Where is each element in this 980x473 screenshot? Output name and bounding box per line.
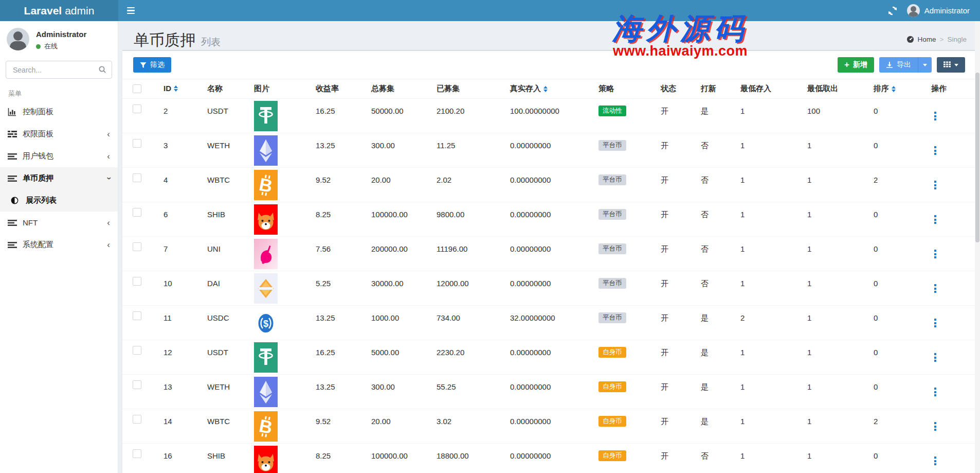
row-actions-button[interactable] (931, 180, 939, 190)
cell-name: WETH (197, 133, 244, 150)
row-actions-button[interactable] (931, 111, 939, 121)
cell-raised: 11196.00 (426, 237, 500, 253)
search-icon[interactable] (98, 65, 106, 76)
cell-total: 100000.00 (361, 202, 426, 219)
card-header: 筛选 + 新增 导出 (122, 51, 976, 79)
row-actions-button[interactable] (931, 214, 939, 225)
cell-image: $ (244, 306, 305, 338)
cell-yield: 8.25 (305, 444, 361, 460)
row-actions-button[interactable] (931, 249, 939, 259)
row-checkbox[interactable] (133, 277, 141, 286)
cell-yield: 7.56 (305, 237, 361, 253)
cell-status: 开 (650, 99, 691, 116)
row-checkbox[interactable] (133, 311, 141, 320)
sort-icon[interactable] (892, 86, 896, 92)
topbar-right: Administrator (887, 0, 980, 21)
table-header-row: ID名称图片收益率总募集已募集真实存入策略状态打新最低存入最低取出排序操作 (122, 79, 976, 99)
cell-ipo: 否 (691, 444, 730, 461)
refresh-icon[interactable] (887, 5, 899, 16)
export-button[interactable]: 导出 (879, 57, 918, 73)
column-header-id[interactable]: ID (153, 79, 197, 93)
column-header-status: 状态 (650, 79, 691, 94)
sort-icon[interactable] (543, 86, 548, 92)
cell-id: 2 (153, 99, 197, 115)
bar-chart-icon (8, 108, 23, 116)
sidebar-item-permissions[interactable]: 权限面板‹ (0, 123, 118, 145)
column-header-sort[interactable]: 排序 (863, 79, 921, 94)
cell-status: 开 (650, 444, 691, 461)
sidebar-item-single[interactable]: 单币质押‹ (0, 167, 118, 189)
sidebar-item-config[interactable]: 系统配置‹ (0, 234, 118, 256)
cell-id: 16 (153, 444, 197, 460)
cell-actions (921, 202, 976, 225)
strategy-badge: 自身币 (598, 347, 626, 358)
row-checkbox[interactable] (133, 346, 141, 355)
sidebar-item-single-list[interactable]: 展示列表 (0, 189, 118, 212)
export-split-button: 导出 (879, 57, 932, 73)
filter-button[interactable]: 筛选 (133, 57, 171, 73)
cell-id: 3 (153, 133, 197, 150)
cell-yield: 13.25 (305, 306, 361, 322)
cell-real: 0.00000000 (500, 271, 588, 288)
row-actions-button[interactable] (931, 421, 939, 432)
strategy-badge: 平台币 (598, 243, 626, 254)
row-actions-button[interactable] (931, 387, 939, 397)
columns-button[interactable] (937, 57, 965, 73)
sidebar-item-label: 单币质押 (23, 173, 53, 183)
shib-icon (254, 204, 305, 235)
sort-icon[interactable] (174, 85, 178, 92)
row-actions-button[interactable] (931, 145, 939, 156)
cell-strategy: 自身币 (588, 375, 650, 393)
cell-actions (921, 168, 976, 190)
cell-yield: 8.25 (305, 202, 361, 219)
sidebar-avatar (7, 28, 29, 50)
sidebar-item-nft[interactable]: NFT‹ (0, 212, 118, 234)
cell-raised: 2100.20 (426, 99, 500, 115)
cell-actions (921, 444, 976, 466)
cell-total: 1000.00 (361, 306, 426, 322)
row-checkbox[interactable] (133, 173, 141, 182)
row-checkbox[interactable] (133, 449, 141, 458)
row-actions-button[interactable] (931, 456, 939, 466)
row-actions-button[interactable] (931, 352, 939, 363)
select-all-checkbox[interactable] (133, 84, 141, 93)
cell-total: 100000.00 (361, 444, 426, 460)
search-input[interactable] (6, 61, 112, 79)
app-logo[interactable]: Laravel admin (0, 0, 118, 21)
online-status-label: 在线 (44, 42, 58, 51)
breadcrumb-home[interactable]: Home (918, 36, 936, 43)
table-row: 7UNI7.56200000.0011196.000.00000000平台币开否… (122, 237, 976, 271)
cell-id: 4 (153, 168, 197, 184)
row-checkbox[interactable] (133, 139, 141, 148)
cell-ipo: 否 (691, 168, 730, 185)
cell-actions (921, 271, 976, 294)
svg-text:$: $ (263, 319, 268, 329)
sidebar-item-wallet[interactable]: 用户钱包‹ (0, 145, 118, 167)
row-checkbox-cell (122, 202, 153, 218)
cell-actions (921, 133, 976, 156)
row-checkbox[interactable] (133, 380, 141, 389)
strategy-badge: 自身币 (598, 416, 626, 427)
cell-real: 0.00000000 (500, 133, 588, 150)
row-actions-button[interactable] (931, 283, 939, 294)
row-checkbox-cell (122, 409, 153, 425)
export-dropdown-button[interactable] (918, 57, 932, 73)
sidebar-item-dashboard[interactable]: 控制面板 (0, 101, 118, 123)
sidebar-toggle-button[interactable] (118, 0, 143, 21)
cell-name: DAI (197, 271, 244, 288)
row-checkbox[interactable] (133, 208, 141, 217)
column-header-real[interactable]: 真实存入 (500, 79, 588, 94)
cell-strategy: 平台币 (588, 306, 650, 324)
table-row: 11USDC$13.251000.00734.0032.00000000平台币开… (122, 306, 976, 340)
cell-raised: 12000.00 (426, 271, 500, 288)
cell-ipo: 是 (691, 306, 730, 323)
row-checkbox[interactable] (133, 242, 141, 251)
topbar-user-menu[interactable]: Administrator (907, 4, 970, 17)
topbar: Laravel admin Administrator (0, 0, 980, 21)
row-checkbox[interactable] (133, 415, 141, 424)
row-checkbox[interactable] (133, 104, 141, 113)
add-button[interactable]: + 新增 (838, 57, 874, 73)
page-scrollbar[interactable] (975, 21, 980, 473)
scrollbar-thumb[interactable] (975, 73, 979, 242)
row-actions-button[interactable] (931, 318, 939, 328)
